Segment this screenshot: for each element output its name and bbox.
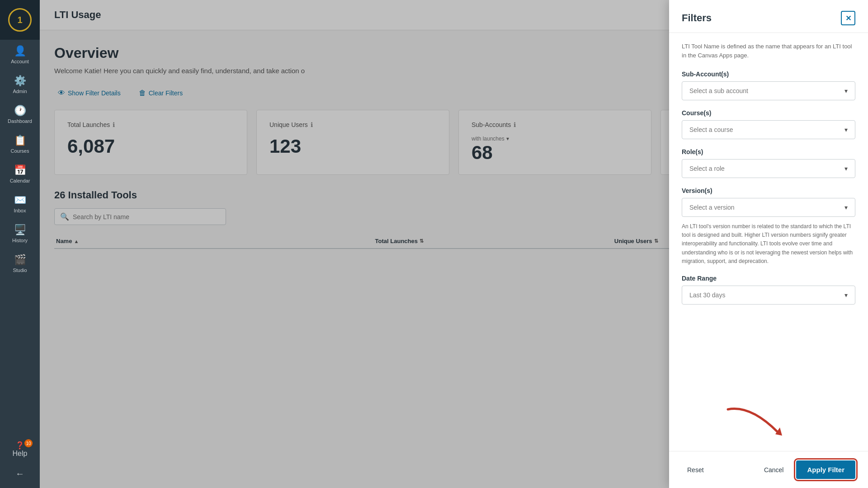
inbox-icon: ✉️ (14, 194, 26, 206)
sidebar-item-courses[interactable]: 📋 Courses (0, 129, 40, 159)
chevron-date-range-icon: ▾ (844, 291, 848, 299)
filter-select-sub-accounts-placeholder: Select a sub account (689, 87, 748, 94)
sidebar-logo: 1 (0, 0, 40, 40)
filter-label-courses: Course(s) (682, 109, 855, 117)
sidebar-item-dashboard[interactable]: 🕐 Dashboard (0, 99, 40, 129)
version-description: An LTI tool's version number is related … (682, 222, 855, 266)
sidebar-item-label-history: History (12, 238, 28, 243)
filter-select-sub-accounts[interactable]: Select a sub account ▾ (682, 81, 855, 100)
account-icon: 👤 (14, 45, 26, 57)
sidebar-item-label-courses: Courses (11, 148, 29, 154)
sidebar-item-admin[interactable]: ⚙️ Admin (0, 70, 40, 99)
sidebar-item-label-admin: Admin (13, 89, 27, 94)
filter-close-button[interactable]: ✕ (841, 11, 855, 25)
sidebar-item-inbox[interactable]: ✉️ Inbox (0, 189, 40, 219)
sidebar-item-history[interactable]: 🖥️ History (0, 219, 40, 249)
chevron-roles-icon: ▾ (844, 165, 848, 172)
filter-description: LTI Tool Name is defined as the name tha… (682, 42, 855, 60)
filter-section-versions: Version(s) Select a version ▾ An LTI too… (682, 187, 855, 266)
chevron-courses-icon: ▾ (844, 126, 848, 133)
filter-select-roles-placeholder: Select a role (689, 165, 725, 172)
sidebar-item-studio[interactable]: 🎬 Studio (0, 249, 40, 278)
filter-select-date-range[interactable]: Last 30 days ▾ (682, 286, 855, 305)
filter-select-versions-placeholder: Select a version (689, 204, 735, 211)
filter-label-versions: Version(s) (682, 187, 855, 194)
filter-section-courses: Course(s) Select a course ▾ (682, 109, 855, 139)
logo-text: 1 (17, 15, 22, 25)
sidebar-item-label-calendar: Calendar (10, 178, 30, 183)
sidebar-item-account[interactable]: 👤 Account (0, 40, 40, 70)
sidebar-item-label-inbox: Inbox (14, 208, 26, 213)
filter-section-roles: Role(s) Select a role ▾ (682, 148, 855, 178)
sidebar-item-label-account: Account (11, 59, 29, 64)
collapse-icon: ← (15, 469, 24, 479)
sidebar-item-label-studio: Studio (13, 267, 27, 273)
filter-select-versions[interactable]: Select a version ▾ (682, 198, 855, 217)
help-icon: ❓ (15, 441, 24, 450)
history-icon: 🖥️ (14, 224, 26, 236)
filter-select-courses-placeholder: Select a course (689, 126, 733, 133)
courses-icon: 📋 (14, 135, 26, 146)
apply-filter-button[interactable]: Apply Filter (796, 460, 855, 479)
main-area: LTI Usage Overview Welcome Katie! Here y… (40, 0, 868, 488)
filter-select-date-range-value: Last 30 days (689, 291, 725, 299)
filter-select-roles[interactable]: Select a role ▾ (682, 159, 855, 178)
filter-panel-header: Filters ✕ (669, 0, 868, 33)
filter-select-courses[interactable]: Select a course ▾ (682, 120, 855, 139)
filter-label-roles: Role(s) (682, 148, 855, 155)
filter-section-date-range: Date Range Last 30 days ▾ (682, 275, 855, 305)
filter-footer-right: Cancel Apply Filter (757, 460, 855, 479)
sidebar-item-help[interactable]: 10 ❓ Help (0, 436, 40, 463)
calendar-icon: 📅 (14, 164, 26, 176)
filter-section-sub-accounts: Sub-Account(s) Select a sub account ▾ (682, 70, 855, 100)
sidebar-item-label-dashboard: Dashboard (8, 118, 32, 124)
help-badge-count: 10 (24, 439, 33, 447)
sidebar-item-label-help: Help (13, 450, 28, 458)
sidebar: 1 👤 Account ⚙️ Admin 🕐 Dashboard 📋 Cours… (0, 0, 40, 488)
chevron-sub-accounts-icon: ▾ (844, 87, 848, 94)
filter-label-date-range: Date Range (682, 275, 855, 282)
filter-footer: Reset Cancel Apply Filter (669, 451, 868, 488)
filter-panel: Filters ✕ LTI Tool Name is defined as th… (669, 0, 868, 488)
filter-label-sub-accounts: Sub-Account(s) (682, 70, 855, 78)
chevron-versions-icon: ▾ (844, 204, 848, 211)
admin-icon: ⚙️ (14, 75, 26, 87)
sidebar-item-calendar[interactable]: 📅 Calendar (0, 159, 40, 189)
dashboard-icon: 🕐 (14, 105, 26, 117)
studio-icon: 🎬 (14, 254, 26, 266)
filter-panel-title: Filters (682, 12, 712, 24)
filter-cancel-button[interactable]: Cancel (757, 463, 791, 477)
sidebar-collapse-button[interactable]: ← (0, 463, 40, 484)
filter-reset-button[interactable]: Reset (682, 463, 709, 477)
filter-body: LTI Tool Name is defined as the name tha… (669, 33, 868, 451)
logo-badge: 1 (8, 8, 32, 32)
